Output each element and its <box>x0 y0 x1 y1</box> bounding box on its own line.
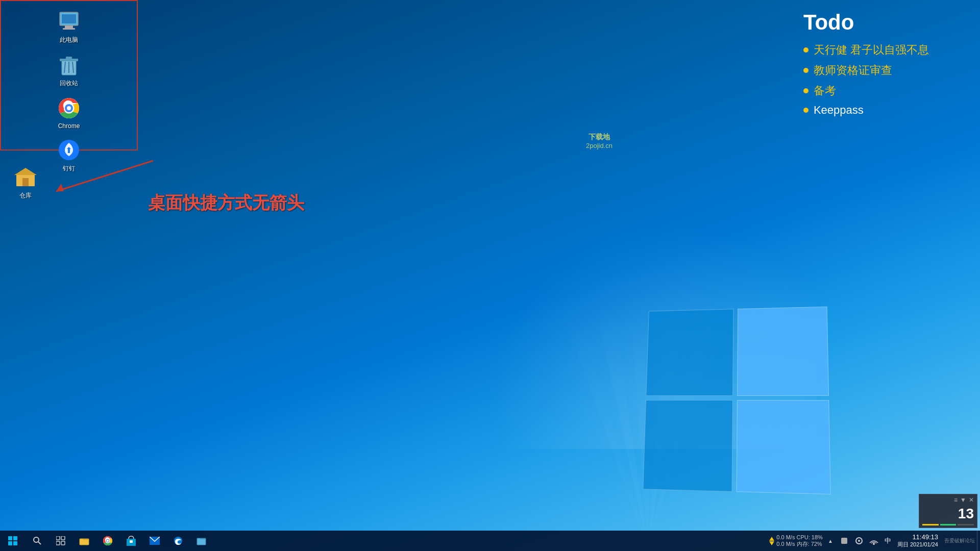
svg-point-29 <box>34 537 39 542</box>
svg-rect-11 <box>66 57 72 59</box>
traffic-arrows <box>769 537 774 545</box>
todo-item-2: 教师资格证审查 <box>803 63 929 78</box>
widget-down-btn[interactable]: ▼ <box>960 496 966 504</box>
tray-icon-1[interactable] <box>838 531 850 551</box>
svg-marker-21 <box>14 168 37 175</box>
svg-marker-44 <box>769 537 774 541</box>
taskbar-chrome[interactable] <box>96 531 119 551</box>
chrome-label: Chrome <box>58 122 80 130</box>
warehouse-icon[interactable]: 仓库 <box>5 162 46 203</box>
svg-rect-7 <box>65 26 73 28</box>
clock-date: 周日 2021/01/24 <box>897 541 938 548</box>
dingtalk-image <box>57 138 81 162</box>
svg-rect-28 <box>13 541 17 545</box>
todo-text-2: 教师资格证审查 <box>814 63 892 78</box>
todo-widget: Todo 天行健 君子以自强不息 教师资格证审查 备考 Keeppass <box>803 10 929 122</box>
svg-rect-46 <box>841 538 847 544</box>
todo-item-4: Keeppass <box>803 104 929 117</box>
svg-marker-24 <box>56 184 64 191</box>
dingtalk-icon[interactable]: 钉钉 <box>48 135 89 176</box>
taskbar-mail[interactable] <box>143 531 166 551</box>
svg-marker-1 <box>623 194 648 551</box>
todo-bullet-2 <box>803 68 808 73</box>
svg-marker-4 <box>521 194 648 551</box>
start-button[interactable] <box>0 531 26 551</box>
windows-logo <box>643 307 830 495</box>
svg-rect-26 <box>13 536 17 540</box>
recycle-bin-image <box>57 53 81 77</box>
this-pc-image <box>57 9 81 34</box>
download-stat: 0.0 M/s 内存: 72% <box>776 540 822 548</box>
tray-expand[interactable]: ▲ <box>825 531 836 551</box>
todo-text-3: 备考 <box>814 83 836 98</box>
widget-bar-2 <box>940 524 957 525</box>
watermark-line2: 2pojid.cn <box>586 142 612 149</box>
desktop-icons-box: 此电脑 回收站 <box>0 0 138 151</box>
svg-rect-40 <box>130 540 133 543</box>
tray-icon-2[interactable] <box>853 531 865 551</box>
taskbar-explorer[interactable] <box>72 531 96 551</box>
svg-rect-8 <box>63 28 75 30</box>
svg-marker-0 <box>572 194 648 551</box>
win-tile-bl <box>643 400 733 492</box>
svg-line-30 <box>38 542 41 544</box>
tray-network[interactable] <box>868 531 880 551</box>
this-pc-label: 此电脑 <box>60 36 78 44</box>
recycle-bin-icon[interactable]: 回收站 <box>48 49 89 91</box>
taskbar-files[interactable] <box>190 531 213 551</box>
forum-watermark: 吾爱破解论坛 <box>942 537 977 544</box>
todo-title: Todo <box>803 10 929 35</box>
warehouse-label: 仓库 <box>19 191 32 200</box>
taskbar-system: 0.0 M/s CPU: 18% 0.0 M/s 内存: 72% ▲ <box>767 531 883 551</box>
todo-bullet-1 <box>803 47 808 53</box>
svg-rect-27 <box>8 541 12 545</box>
taskbar: 0.0 M/s CPU: 18% 0.0 M/s 内存: 72% ▲ <box>0 531 980 551</box>
network-text: 0.0 M/s CPU: 18% 0.0 M/s 内存: 72% <box>776 534 823 548</box>
win-tile-tl <box>646 309 733 396</box>
taskbar-edge[interactable] <box>166 531 190 551</box>
svg-rect-31 <box>56 536 60 540</box>
upload-stat: 0.0 M/s CPU: 18% <box>776 534 823 540</box>
svg-marker-45 <box>769 541 774 545</box>
todo-bullet-3 <box>803 88 808 93</box>
svg-rect-32 <box>61 536 65 540</box>
annotation-label: 桌面快捷方式无箭头 <box>148 193 304 212</box>
svg-rect-22 <box>22 178 29 186</box>
taskbar-store[interactable] <box>119 531 143 551</box>
svg-point-48 <box>858 540 860 542</box>
svg-rect-33 <box>56 541 60 545</box>
taskbar-taskview[interactable] <box>49 531 72 551</box>
taskbar-search[interactable] <box>26 531 49 551</box>
chrome-image <box>57 96 81 120</box>
dingtalk-label: 钉钉 <box>63 164 75 173</box>
todo-text-1: 天行健 君子以自强不息 <box>814 42 929 58</box>
watermark-line1: 下载地 <box>586 133 612 142</box>
recycle-bin-label: 回收站 <box>60 79 78 88</box>
watermark: 下载地 2pojid.cn <box>586 133 612 149</box>
todo-bullet-4 <box>803 108 808 113</box>
svg-rect-34 <box>61 541 65 545</box>
warehouse-image <box>13 165 38 189</box>
widget-bar-3 <box>958 524 974 525</box>
desktop: 此电脑 回收站 <box>0 0 980 551</box>
sys-monitor <box>875 510 937 533</box>
widget-menu-btn[interactable]: ≡ <box>954 496 958 504</box>
this-pc-icon[interactable]: 此电脑 <box>48 6 89 47</box>
win-tile-br <box>737 400 831 494</box>
todo-item-3: 备考 <box>803 83 929 98</box>
win-tile-tr <box>737 307 829 396</box>
svg-point-49 <box>873 543 875 545</box>
chrome-icon[interactable]: Chrome <box>48 93 89 133</box>
todo-text-4: Keeppass <box>814 104 864 117</box>
svg-rect-6 <box>62 14 76 23</box>
widget-close-btn[interactable]: ✕ <box>969 496 974 504</box>
annotation-text: 桌面快捷方式无箭头 <box>148 191 304 215</box>
todo-item-1: 天行健 君子以自强不息 <box>803 42 929 58</box>
clock-time: 11:49:13 <box>912 533 938 541</box>
network-stats: 0.0 M/s CPU: 18% 0.0 M/s 内存: 72% <box>769 534 823 548</box>
lang-indicator[interactable]: 中 <box>883 536 893 545</box>
svg-point-38 <box>107 540 109 542</box>
taskbar-clock[interactable]: 11:49:13 周日 2021/01/24 <box>893 533 942 548</box>
show-desktop[interactable] <box>977 531 980 551</box>
taskbar-items <box>26 531 767 551</box>
